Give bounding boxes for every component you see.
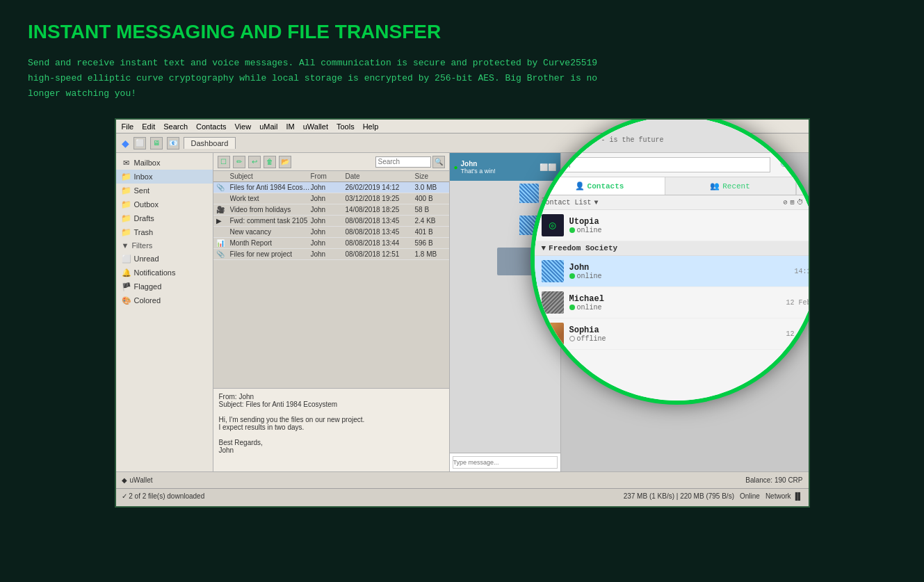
preview-from: From: John [219,393,444,401]
john-name: John [569,263,789,273]
recent-tab-label: Recent [722,182,750,191]
toolbar-btn-2[interactable]: 🖥 [150,137,163,149]
email-date: 08/08/2018 13:45 [346,228,415,236]
screenshot-container: File Edit Search Contacts View uMail IM … [115,118,810,508]
sidebar-drafts[interactable]: 📁 Drafts [116,211,213,225]
menu-search[interactable]: Search [163,122,188,131]
email-row[interactable]: 📊 Month Report John 08/08/2018 13:44 596… [213,238,449,249]
michael-name: Michael [569,294,781,304]
sent-label: Sent [134,186,150,195]
menu-tools[interactable]: Tools [337,122,355,131]
recent-icon: 👥 [710,181,720,191]
email-search-btn[interactable]: 🔍 [432,156,445,168]
row-icon: ▶ [216,217,230,225]
trash-label: Trash [134,228,154,236]
menu-view[interactable]: View [234,122,251,131]
michael-info: Michael online [569,294,781,312]
settings-icon[interactable]: ⚙ [807,198,809,207]
sidebar-flagged[interactable]: 🏴 Flagged [116,280,213,293]
online-indicator: ● [454,163,458,171]
sophia-name: Sophia [569,325,781,335]
tab-dashboard[interactable]: Dashboard [184,137,236,149]
cp-search-input[interactable] [542,157,771,172]
clock-icon[interactable]: ⏱ [797,198,804,207]
sidebar-unread[interactable]: ⬜ Unread [116,252,213,266]
email-date: 08/08/2018 13:45 [346,217,415,225]
email-size: 58 B [415,206,446,213]
chat-user-info: John That's a win! [461,160,496,175]
menu-help[interactable]: Help [363,122,379,131]
email-subject: New vacancy [230,228,311,236]
colored-label: Colored [134,296,161,305]
sidebar-colored[interactable]: 🎨 Colored [116,293,213,307]
sidebar-outbox[interactable]: 📁 Outbox [116,197,213,211]
drafts-label: Drafts [134,214,154,223]
chat-avatar [519,184,539,203]
filters-section: ▼ Filters [116,239,213,252]
col-size: Size [415,172,446,180]
email-size: 401 B [415,228,446,236]
email-row[interactable]: 📎 Files for Anti 1984 Ecosystem John 26/… [213,182,449,193]
email-toolbar-btn-delete[interactable]: 🗑 [264,156,276,168]
sidebar-notifications[interactable]: 🔔 Notifications [116,266,213,280]
trash-icon: 📁 [122,227,131,237]
chat-input-area [450,453,560,471]
menu-contacts[interactable]: Contacts [196,122,226,131]
online-status: Online [740,492,760,500]
sidebar-mailbox[interactable]: ✉ Mailbox [116,156,213,170]
email-row[interactable]: New vacancy John 08/08/2018 13:45 401 B [213,227,449,238]
contact-item-michael[interactable]: Michael online 12 Feb [535,287,810,318]
col-subject: Subject [230,172,311,180]
email-toolbar-btn-move[interactable]: 📂 [279,156,291,168]
utopia-contact[interactable]: ◎ Utopia online [535,210,810,241]
email-table: Subject From Date Size 📎 Files for Anti … [213,171,449,388]
toolbar-btn-1[interactable]: ⬜ [133,137,146,149]
email-subject: Fwd: comment task 2105 [230,217,311,225]
email-row[interactable]: 📎 Files for new project John 08/08/2018 … [213,249,449,260]
sidebar: ✉ Mailbox 📁 Inbox 📁 Sent 📁 Outbox [116,153,213,471]
sidebar-sent[interactable]: 📁 Sent [116,184,213,197]
menu-umail[interactable]: uMail [259,122,277,131]
tab-contacts[interactable]: 👤 Contacts [535,177,665,195]
email-toolbar-btn-reply[interactable]: ↩ [248,156,261,168]
sidebar-trash[interactable]: 📁 Trash [116,225,213,239]
email-area: ☐ ✏ ↩ 🗑 📂 🔍 Subject [213,153,450,471]
menu-im[interactable]: IM [286,122,294,131]
email-preview: From: John Subject: Files for Anti 1984 … [213,388,449,471]
filter-icon: ▼ [122,241,129,250]
contact-item-sophia[interactable]: Sophia offline 12 Feb [535,318,810,350]
menu-file[interactable]: File [122,122,134,131]
uwallet-bar: ◆ uWallet Balance: 190 CRP [116,471,809,488]
collapse-icon[interactable]: ▼ [542,244,546,252]
contact-item-john[interactable]: John online 14:1 [535,256,810,287]
menu-uwallet[interactable]: uWallet [303,122,328,131]
row-icon [216,195,230,202]
michael-status-dot [569,305,575,310]
email-toolbar-btn-checkbox[interactable]: ☐ [218,156,230,168]
preview-body: Hi, I'm sending you the files on our new… [219,416,444,454]
sys-info: 237 MB (1 KB/s) | 220 MB (795 B/s) [624,492,734,500]
disable-icon[interactable]: ⊘ [783,198,787,207]
row-icon: 📊 [216,239,230,247]
email-subject: Files for Anti 1984 Ecosystem [230,184,311,191]
row-icon [216,228,230,236]
john-status: online [569,273,789,280]
toolbar-btn-3[interactable]: 📧 [167,137,179,149]
email-row[interactable]: 🎥 Video from holidays John 14/08/2018 18… [213,204,449,216]
page-title: INSTANT MESSAGING AND FILE TRANSFER [28,21,896,43]
email-size: 400 B [415,195,446,202]
sidebar-inbox[interactable]: 📁 Inbox [116,170,213,184]
email-date: 14/08/2018 18:25 [346,206,415,213]
email-search-input[interactable] [375,156,431,168]
email-row[interactable]: Work text John 03/12/2018 19:25 400 B [213,193,449,204]
email-row[interactable]: ▶ Fwd: comment task 2105 John 08/08/2018… [213,216,449,227]
chat-input[interactable] [453,456,558,469]
sophia-info: Sophia offline [569,325,781,343]
tab-recent[interactable]: 👥 Recent [665,177,796,195]
grid-icon[interactable]: ⊞ [790,198,794,207]
email-from: John [311,184,346,191]
status-dot-online [569,227,575,233]
email-toolbar-btn-new[interactable]: ✏ [233,156,245,168]
menu-edit[interactable]: Edit [142,122,155,131]
chevron-down-icon: ▼ [594,199,599,207]
